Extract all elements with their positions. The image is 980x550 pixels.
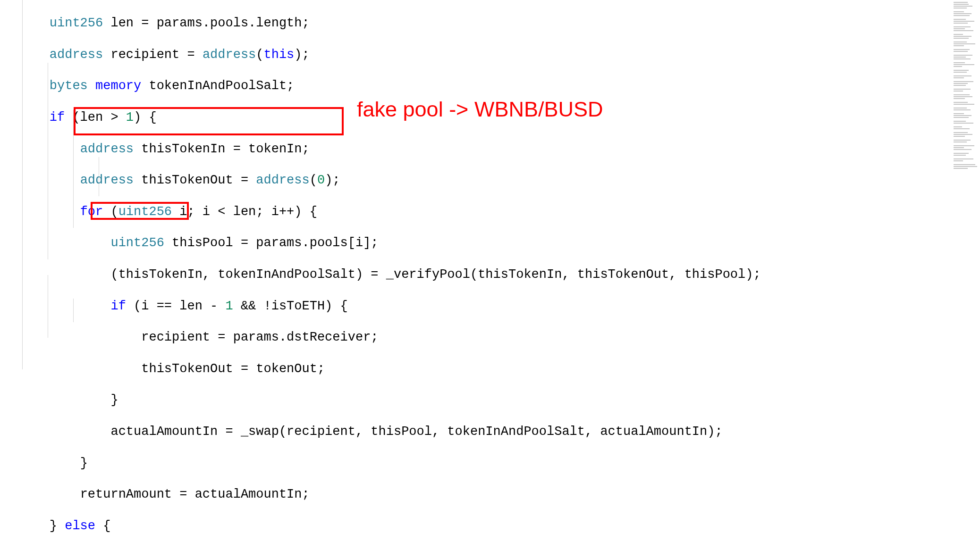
minimap[interactable] bbox=[952, 0, 980, 550]
code-block[interactable]: uint256 len = params.pools.length; addre… bbox=[19, 0, 761, 550]
annotation-text: fake pool -> WBNB/BUSD bbox=[357, 101, 603, 117]
editor-viewport: uint256 len = params.pools.length; addre… bbox=[0, 0, 980, 550]
